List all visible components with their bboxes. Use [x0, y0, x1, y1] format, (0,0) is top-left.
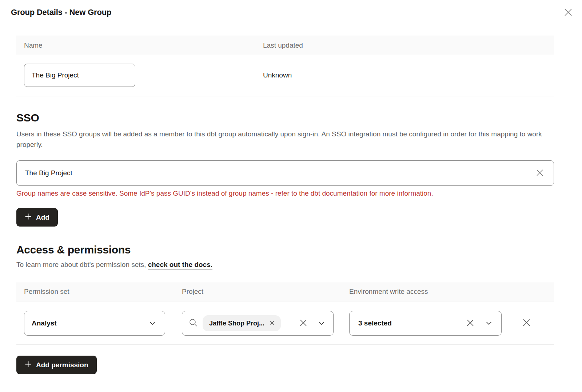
group-name-table: Name Last updated Unknown: [16, 36, 554, 96]
project-tag-label: Jaffle Shop Proj...: [209, 320, 264, 327]
environment-multiselect[interactable]: 3 selected: [349, 311, 502, 336]
permissions-table: Permission set Project Environment write…: [16, 282, 554, 345]
group-name-row: Unknown: [16, 55, 554, 96]
modal-content: Name Last updated Unknown SSO Users in t…: [16, 36, 554, 374]
group-name-input[interactable]: [24, 64, 135, 87]
tag-remove-icon: [270, 320, 275, 327]
column-header-last-updated: Last updated: [263, 41, 554, 49]
sso-warning-text: Group names are case sensitive. Some IdP…: [16, 189, 554, 197]
chevron-down-icon: [150, 320, 155, 327]
environment-clear-button[interactable]: [466, 319, 475, 328]
sso-group-field: [16, 160, 554, 186]
group-name-table-header: Name Last updated: [16, 36, 554, 55]
permissions-section: Access & permissions To learn more about…: [16, 244, 554, 374]
project-tag-remove-button[interactable]: [270, 320, 275, 327]
sso-section: SSO Users in these SSO groups will be ad…: [16, 112, 554, 227]
clear-icon: [535, 168, 544, 178]
sso-group-clear-button[interactable]: [535, 168, 544, 178]
column-header-permission-set: Permission set: [16, 288, 182, 296]
sso-heading: SSO: [16, 112, 554, 124]
project-clear-button[interactable]: [299, 319, 308, 328]
page-title: Group Details - New Group: [11, 8, 111, 17]
clear-icon: [299, 319, 308, 328]
project-tag: Jaffle Shop Proj...: [203, 315, 281, 331]
clear-icon: [466, 319, 475, 328]
add-permission-button-label: Add permission: [36, 361, 88, 369]
sso-description: Users in these SSO groups will be added …: [16, 129, 552, 150]
close-icon: [563, 8, 573, 18]
permission-set-select[interactable]: Analyst: [24, 311, 165, 336]
permissions-heading: Access & permissions: [16, 244, 554, 256]
environment-selected-value: 3 selected: [358, 319, 392, 327]
plus-icon: [25, 361, 32, 369]
project-multiselect[interactable]: Jaffle Shop Proj...: [182, 311, 334, 336]
remove-permission-row-button[interactable]: [522, 318, 531, 329]
modal-header: Group Details - New Group: [0, 0, 582, 25]
remove-row-icon: [522, 318, 531, 329]
add-permission-button[interactable]: Add permission: [16, 356, 97, 374]
permission-row: Analyst Jaffle: [16, 301, 554, 345]
last-updated-value: Unknown: [263, 71, 554, 79]
add-button-label: Add: [36, 213, 49, 221]
chevron-down-icon: [486, 320, 492, 327]
docs-link[interactable]: check out the docs.: [148, 261, 212, 268]
sso-group-input[interactable]: [25, 169, 535, 177]
permission-set-value: Analyst: [32, 319, 57, 327]
chevron-down-icon: [319, 320, 324, 327]
plus-icon: [25, 213, 32, 222]
permissions-docs-line: To learn more about dbt's permission set…: [16, 261, 554, 269]
add-sso-group-button[interactable]: Add: [16, 208, 58, 227]
permissions-table-header: Permission set Project Environment write…: [16, 282, 554, 301]
search-icon: [189, 318, 198, 329]
column-header-name: Name: [16, 41, 263, 49]
column-header-project: Project: [182, 288, 349, 296]
docs-prefix-text: To learn more about dbt's permission set…: [16, 261, 148, 268]
close-button[interactable]: [562, 7, 574, 19]
column-header-environment: Environment write access: [349, 288, 554, 296]
group-details-modal: Group Details - New Group Name Last upda…: [0, 0, 582, 392]
